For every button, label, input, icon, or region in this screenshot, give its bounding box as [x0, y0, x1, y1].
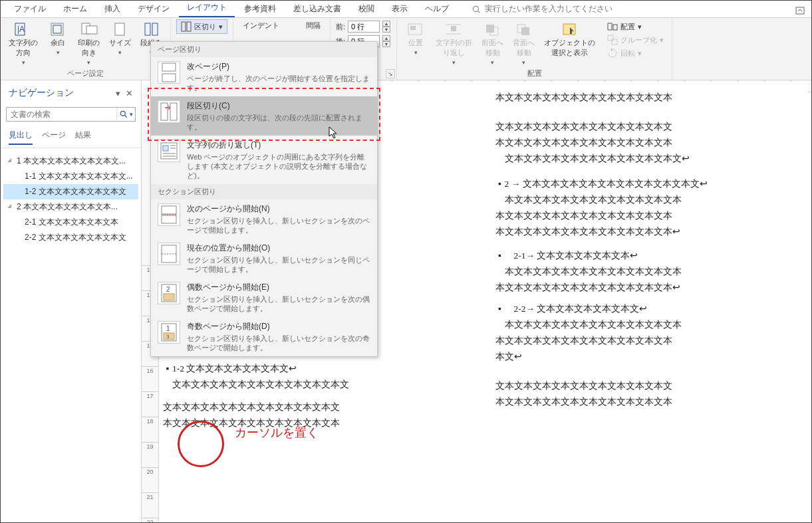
tell-me-text: 実行したい作業を入力してください: [485, 3, 612, 15]
dd-item-continuous[interactable]: 現在の位置から開始(O)セクション区切りを挿入し、新しいセクションを同じページで…: [151, 239, 377, 278]
page-setup-group-label: ページ設定: [6, 67, 165, 78]
nav-title: ナビゲーション: [9, 87, 74, 99]
size-button[interactable]: サイズ▾: [106, 21, 134, 57]
bring-forward-button[interactable]: 前面へ 移動▾: [479, 21, 506, 67]
breaks-icon: [181, 21, 192, 32]
before-label: 前:: [336, 22, 345, 32]
tab-review[interactable]: 校閲: [350, 1, 382, 17]
dd-item-column-break[interactable]: 段区切り(C)段区切りの後の文字列は、次の段の先頭に配置されます。: [151, 96, 377, 136]
after-spinner-buttons[interactable]: ▲▼: [382, 35, 390, 47]
svg-line-1: [477, 11, 479, 13]
selection-pane-button[interactable]: オブジェクトの 選択と表示: [541, 21, 598, 59]
text-direction-button[interactable]: |A 文字列の 方向▾: [6, 21, 41, 67]
svg-rect-23: [563, 24, 575, 35]
nav-tree-item[interactable]: 1 本文本文本文本文本文本文...: [3, 154, 138, 169]
before-spinner-buttons[interactable]: ▲▼: [382, 21, 390, 33]
nav-search-button[interactable]: ▾: [116, 108, 135, 121]
svg-rect-9: [115, 23, 124, 35]
paragraph-dialog-launcher[interactable]: ↘: [386, 69, 395, 78]
orientation-button[interactable]: 印刷の 向き▾: [75, 21, 102, 67]
dd-item-odd-page[interactable]: 13 奇数ページから開始(D)セクション区切りを挿入し、新しいセクションを次の奇…: [151, 317, 377, 356]
svg-rect-24: [608, 23, 612, 30]
nav-dropdown-icon[interactable]: ▾: [116, 88, 120, 98]
svg-text:|A: |A: [17, 25, 25, 34]
position-button[interactable]: 位置▾: [402, 21, 429, 57]
text-direction-icon: |A: [14, 22, 33, 37]
page-break-icon: [158, 61, 180, 84]
ribbon: |A 文字列の 方向▾ 余白▾ 印刷の 向き▾ サイズ▾ 段組み▾ ページ設定 …: [1, 18, 811, 80]
dd-item-even-page[interactable]: 2 偶数ページから開始(E)セクション区切りを挿入し、新しいセクションを次の偶数…: [151, 278, 377, 317]
send-back-button[interactable]: 背面へ 移動▾: [510, 21, 537, 67]
nav-tree-item[interactable]: 1-2 文本文本文本文本文本文: [3, 184, 138, 199]
tab-design[interactable]: デザイン: [130, 1, 178, 17]
svg-rect-32: [161, 103, 168, 120]
breaks-button[interactable]: 区切り ▾: [176, 19, 227, 34]
nav-tree-item[interactable]: 1-1 文本文本文本文本文本文...: [3, 169, 138, 184]
align-button[interactable]: 配置▾: [605, 21, 666, 33]
rotate-icon: [607, 48, 618, 58]
document-column-2: 本文本文本文本文本文本文本文本文本文本 文本文本文本文本文本文本文本文本文本文 …: [495, 90, 801, 431]
svg-rect-2: [796, 7, 804, 14]
tab-mailings[interactable]: 差し込み文書: [285, 1, 349, 17]
tab-layout[interactable]: レイアウト: [179, 0, 235, 17]
svg-rect-25: [613, 25, 617, 30]
svg-rect-6: [53, 25, 61, 33]
arrange-group-label: 配置: [402, 67, 666, 78]
dd-item-page-break[interactable]: 改ページ(P)ページが終了し、次のページが開始する位置を指定します。: [151, 57, 377, 96]
collapse-ribbon-icon[interactable]: [789, 4, 811, 17]
tab-help[interactable]: ヘルプ: [417, 1, 457, 17]
svg-rect-27: [612, 39, 617, 45]
text-wrap-break-icon: [158, 140, 180, 162]
nav-tab-results[interactable]: 結果: [75, 130, 91, 145]
tab-home[interactable]: ホーム: [55, 1, 95, 17]
main-area: ナビゲーション ▾ ✕ ▾ 見出し ページ 結果 1 本文本文本文本文本文本文.…: [1, 80, 811, 522]
nav-headings-tree: 1 本文本文本文本文本文本文...1-1 文本文本文本文本文本文...1-2 文…: [1, 148, 141, 522]
columns-icon: [142, 22, 161, 37]
group-button[interactable]: グループ化▾: [605, 34, 666, 46]
nav-tree-item[interactable]: 2-1 文本文本文本文本文本: [3, 215, 138, 230]
nav-close-icon[interactable]: ✕: [126, 88, 133, 98]
tab-file[interactable]: ファイル: [6, 1, 54, 17]
nav-search-input[interactable]: [7, 108, 116, 121]
svg-rect-43: [162, 245, 176, 262]
nav-tab-headings[interactable]: 見出し: [9, 130, 33, 145]
svg-rect-35: [163, 146, 168, 151]
svg-rect-13: [187, 22, 191, 31]
nav-tree-item[interactable]: 2-2 文本文本文本文本文本文: [3, 230, 138, 245]
svg-rect-12: [182, 22, 186, 31]
rotate-button[interactable]: 回転▾: [605, 47, 666, 59]
dd-item-next-page[interactable]: 次のページから開始(N)セクション区切りを挿入し、新しいセクションを次のページで…: [151, 199, 377, 239]
svg-rect-30: [162, 63, 176, 71]
svg-rect-33: [170, 103, 177, 120]
dd-item-text-wrapping[interactable]: 文字列の折り返し(T)Web ページのオブジェクトの周囲にある文字列を分離します…: [151, 136, 377, 184]
column-break-icon: [158, 100, 180, 123]
orientation-icon: [80, 22, 98, 37]
svg-rect-16: [451, 26, 456, 31]
tell-me-search[interactable]: 実行したい作業を入力してください: [466, 1, 618, 17]
svg-rect-40: [162, 206, 176, 214]
tab-view[interactable]: 表示: [384, 1, 416, 17]
lightbulb-icon: [472, 5, 481, 14]
svg-rect-8: [86, 26, 97, 34]
wrap-text-button[interactable]: 文字列の折 り返し▾: [433, 21, 475, 67]
before-spacing-input[interactable]: [348, 21, 380, 33]
tab-insert[interactable]: 挿入: [96, 1, 128, 17]
nav-tab-pages[interactable]: ページ: [42, 130, 66, 145]
svg-point-0: [473, 6, 478, 11]
wrap-icon: [445, 22, 464, 37]
svg-rect-41: [162, 215, 176, 223]
before-spacing-spinner[interactable]: 前: ▲▼: [336, 21, 391, 33]
selection-pane-icon: [561, 22, 579, 37]
tab-references[interactable]: 参考資料: [236, 1, 284, 17]
margins-button[interactable]: 余白▾: [45, 21, 71, 57]
nav-search-box[interactable]: ▾: [6, 107, 136, 122]
bring-forward-icon: [483, 22, 502, 37]
nav-tree-item[interactable]: 2 本文本文本文本文本文本...: [3, 199, 138, 215]
svg-rect-47: [164, 294, 174, 300]
margins-icon: [49, 22, 67, 37]
svg-line-29: [125, 116, 127, 118]
group-icon: [607, 35, 618, 45]
svg-rect-26: [608, 35, 613, 41]
svg-rect-10: [145, 23, 150, 35]
svg-rect-31: [162, 74, 176, 82]
